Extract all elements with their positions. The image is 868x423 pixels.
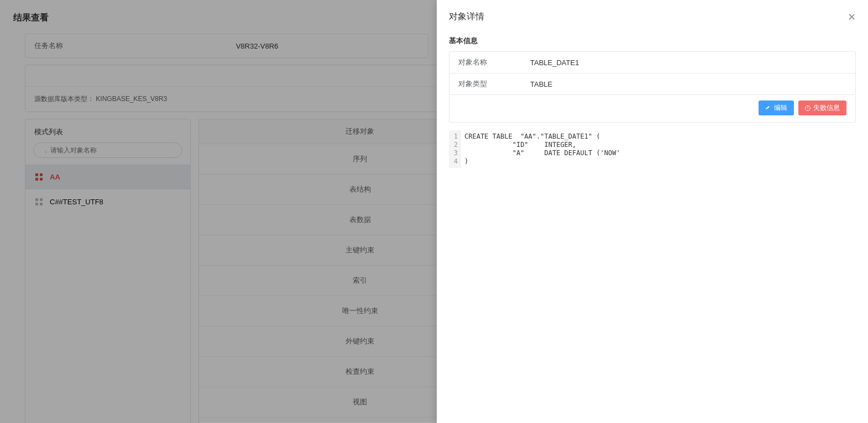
fail-info-button-label: 失败信息 <box>813 103 840 113</box>
edit-button[interactable]: 编辑 <box>759 101 794 115</box>
code-lines[interactable]: CREATE TABLE "AA"."TABLE_DATE1" ( "ID" I… <box>461 130 624 168</box>
action-row: 编辑 ! 失败信息 <box>449 95 856 123</box>
object-name-value: TABLE_DATE1 <box>530 59 846 67</box>
close-icon[interactable]: ✕ <box>848 12 856 22</box>
warn-icon: ! <box>805 105 811 111</box>
code-block: 1234 CREATE TABLE "AA"."TABLE_DATE1" ( "… <box>449 130 856 168</box>
object-type-label: 对象类型 <box>458 79 530 89</box>
object-detail-drawer: 对象详情 ✕ 基本信息 对象名称 TABLE_DATE1 对象类型 TABLE … <box>437 0 868 423</box>
basic-info-title: 基本信息 <box>449 36 856 46</box>
object-type-value: TABLE <box>530 80 846 88</box>
drawer-title: 对象详情 <box>449 11 848 23</box>
code-gutter: 1234 <box>449 130 461 168</box>
object-name-label: 对象名称 <box>458 57 530 67</box>
fail-info-button[interactable]: ! 失败信息 <box>798 101 846 115</box>
edit-icon <box>765 105 771 111</box>
basic-info-table: 对象名称 TABLE_DATE1 对象类型 TABLE <box>449 51 856 95</box>
edit-button-label: 编辑 <box>774 103 787 113</box>
